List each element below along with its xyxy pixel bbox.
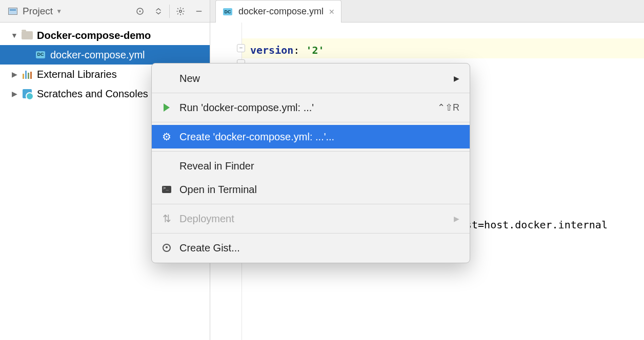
chevron-down-icon: ▼ (11, 29, 17, 42)
close-icon[interactable]: ✕ (329, 8, 335, 16)
locate-icon[interactable] (132, 4, 148, 19)
project-toolbar: Project ▼ (0, 0, 210, 23)
hide-icon[interactable] (191, 4, 207, 19)
menu-create-label: Create 'docker-compose.yml: ...'... (179, 131, 459, 143)
docker-compose-file-icon: DC (35, 49, 46, 60)
editor-tab-label: docker-compose.yml (238, 6, 324, 17)
menu-separator (152, 93, 470, 93)
editor-tabbar: DC docker-compose.yml ✕ (210, 0, 644, 23)
menu-separator (152, 122, 470, 122)
context-menu: New ▶ Run 'docker-compose.yml: ...' ⌃⇧R … (151, 63, 470, 263)
submenu-arrow-icon: ▶ (454, 74, 459, 82)
project-dropdown[interactable]: Project ▼ (19, 5, 65, 18)
library-icon (22, 69, 33, 80)
menu-run-label: Run 'docker-compose.yml: ...' (179, 102, 430, 114)
scratches-icon (22, 88, 33, 99)
menu-deployment: ⇅ Deployment ▶ (152, 207, 470, 230)
chevron-right-icon: ▶ (11, 68, 17, 81)
tree-file-docker-compose[interactable]: DC docker-compose.yml (0, 45, 210, 65)
gear-icon[interactable] (173, 4, 188, 19)
project-view-icon (8, 7, 17, 16)
menu-new[interactable]: New ▶ (152, 67, 470, 90)
menu-separator (152, 233, 470, 233)
submenu-arrow-icon: ▶ (454, 215, 459, 223)
menu-open-terminal[interactable]: Open in Terminal (152, 178, 470, 201)
docker-compose-file-icon: DC (222, 6, 233, 17)
menu-openterm-label: Open in Terminal (179, 184, 459, 196)
chevron-right-icon: ▶ (11, 87, 17, 101)
project-dropdown-label: Project (23, 6, 53, 17)
chevron-down-icon: ▼ (56, 8, 62, 15)
menu-create-run-config[interactable]: ⚙ Create 'docker-compose.yml: ...'... (152, 125, 470, 148)
menu-gist-label: Create Gist... (179, 242, 459, 254)
tree-scratches-label: Scratches and Consoles (37, 84, 148, 103)
menu-create-gist[interactable]: Create Gist... (152, 236, 470, 260)
collapse-icon[interactable] (151, 4, 166, 19)
menu-new-label: New (179, 73, 447, 84)
run-icon (161, 103, 172, 112)
gist-icon (161, 244, 172, 252)
folder-icon (22, 30, 33, 41)
menu-separator (152, 204, 470, 204)
menu-run[interactable]: Run 'docker-compose.yml: ...' ⌃⇧R (152, 96, 470, 119)
menu-separator (152, 151, 470, 152)
fold-toggle-icon[interactable]: − (237, 44, 245, 52)
menu-reveal-finder[interactable]: Reveal in Finder (152, 154, 470, 178)
menu-reveal-label: Reveal in Finder (179, 160, 459, 172)
menu-run-shortcut: ⌃⇧R (437, 102, 459, 113)
svg-point-1 (139, 11, 140, 12)
tree-ext-lib-label: External Libraries (37, 65, 117, 84)
deployment-icon: ⇅ (161, 213, 172, 225)
tree-file-label: docker-compose.yml (50, 45, 145, 65)
tree-root-label: Docker-compose-demo (37, 26, 151, 45)
tree-root[interactable]: ▼ Docker-compose-demo (0, 26, 210, 45)
svg-point-2 (179, 10, 182, 12)
create-config-icon: ⚙ (161, 131, 172, 143)
menu-deploy-label: Deployment (179, 213, 447, 225)
terminal-icon (161, 186, 172, 193)
editor-tab[interactable]: DC docker-compose.yml ✕ (215, 0, 341, 23)
